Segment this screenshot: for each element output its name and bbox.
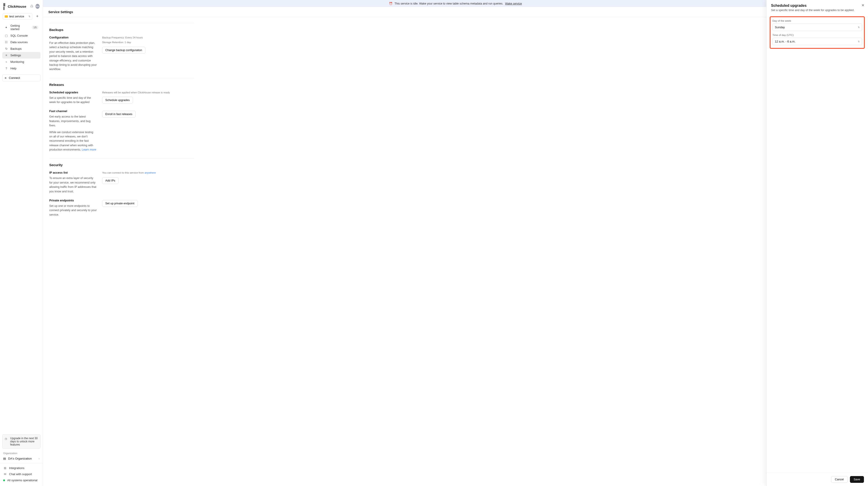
nav-help[interactable]: ? Help bbox=[2, 65, 40, 72]
nav-label: Monitoring bbox=[10, 60, 24, 63]
history-icon: ↻ bbox=[4, 47, 8, 51]
add-ips-button[interactable]: Add IPs bbox=[102, 177, 119, 184]
section-releases: Releases Scheduled upgrades Set a specif… bbox=[49, 78, 194, 152]
help-icon: ? bbox=[4, 67, 8, 70]
main: ⏰ This service is idle. Wake your servic… bbox=[43, 0, 868, 486]
nav-integrations[interactable]: ⊞ Integrations bbox=[0, 465, 43, 471]
fast-channel-heading: Fast channel bbox=[49, 110, 97, 113]
close-drawer-button[interactable]: ✕ bbox=[862, 3, 864, 7]
rocket-icon: ✦ bbox=[4, 26, 8, 29]
day-value: Sunday bbox=[775, 26, 785, 29]
clock-icon: ◷ bbox=[5, 437, 8, 441]
drawer-subtitle: Set a specific time and day of the week … bbox=[771, 8, 864, 12]
backups-heading: Backups bbox=[49, 28, 194, 32]
setup-private-endpoint-button[interactable]: Set up private endpoint bbox=[102, 200, 138, 207]
upgrade-text: Upgrade in the next 30 days to unlock mo… bbox=[10, 437, 38, 446]
nav-label: Chat with support bbox=[9, 473, 32, 476]
upgrade-card[interactable]: ◷ Upgrade in the next 30 days to unlock … bbox=[2, 434, 40, 449]
releases-heading: Releases bbox=[49, 83, 194, 87]
nav-data-sources[interactable]: ☷ Data sources bbox=[2, 39, 40, 45]
nav-chat-support[interactable]: ✉ Chat with support bbox=[0, 471, 43, 477]
logo-icon: |||‖ bbox=[3, 3, 6, 10]
anywhere-link[interactable]: anywhere bbox=[145, 171, 156, 174]
scheduled-upgrades-heading: Scheduled upgrades bbox=[49, 91, 97, 94]
banner-text: This service is idle. Wake your service … bbox=[395, 2, 503, 5]
service-selector[interactable]: test service ⇅ bbox=[3, 13, 32, 20]
day-of-week-select[interactable]: Sunday ⇅ bbox=[772, 24, 862, 31]
nav-label: Getting started bbox=[10, 24, 30, 31]
nav-label: Help bbox=[10, 67, 17, 70]
private-endpoints-desc: Set up one or more endpoints to connect … bbox=[49, 204, 97, 217]
connect-button[interactable]: ⎆ Connect bbox=[2, 74, 40, 81]
day-of-week-label: Day of the week bbox=[772, 20, 862, 22]
alarm-icon: ⏰ bbox=[389, 2, 393, 5]
add-service-button[interactable]: + bbox=[34, 13, 40, 20]
service-name: test service bbox=[9, 15, 24, 18]
fast-channel-desc1: Get early access to the latest features,… bbox=[49, 115, 97, 128]
configuration-heading: Configuration bbox=[49, 36, 97, 39]
database-icon: ☷ bbox=[4, 40, 8, 44]
nav-label: Settings bbox=[10, 54, 21, 57]
content: Backups Configuration For an effective d… bbox=[43, 17, 868, 486]
nav-backups[interactable]: ↻ Backups bbox=[2, 45, 40, 52]
ip-access-meta: You can connect to this service from any… bbox=[102, 171, 194, 175]
progress-badge: 1/5 bbox=[32, 26, 38, 29]
learn-more-link[interactable]: Learn more bbox=[82, 148, 96, 151]
storage-retention: Storage Retention: 1 day bbox=[102, 40, 194, 44]
org-name: DA's Organization bbox=[8, 457, 32, 460]
chevron-right-icon: › bbox=[39, 457, 39, 460]
idle-banner: ⏰ This service is idle. Wake your servic… bbox=[43, 0, 868, 7]
avatar[interactable]: DA bbox=[35, 4, 39, 9]
sliders-icon: ≡ bbox=[4, 54, 8, 57]
logo-row: |||‖ ClickHouse DA bbox=[0, 3, 43, 13]
nav-label: Integrations bbox=[9, 466, 24, 470]
nav-label: Backups bbox=[10, 47, 22, 51]
ip-access-desc: To ensure an extra layer of security for… bbox=[49, 176, 97, 194]
enroll-fast-releases-button[interactable]: Enroll in fast releases bbox=[102, 111, 135, 118]
private-endpoints-heading: Private endpoints bbox=[49, 199, 97, 202]
primary-nav: ✦ Getting started 1/5 ▢ SQL Console ☷ Da… bbox=[0, 22, 43, 72]
sidebar: |||‖ ClickHouse DA test service ⇅ + ✦ Ge… bbox=[0, 0, 43, 486]
nav-settings[interactable]: ≡ Settings bbox=[2, 52, 40, 59]
bell-icon[interactable] bbox=[30, 4, 34, 8]
schedule-upgrades-button[interactable]: Schedule upgrades bbox=[102, 97, 133, 103]
time-of-day-label: Time of day (UTC) bbox=[772, 34, 862, 36]
backup-frequency: Backup Frequency: Every 24 hours bbox=[102, 36, 194, 39]
nav-label: SQL Console bbox=[10, 34, 28, 37]
nav-label: All systems operational bbox=[7, 479, 37, 482]
scheduled-upgrades-drawer: Scheduled upgrades Set a specific time a… bbox=[766, 0, 868, 486]
highlighted-form-area: Day of the week Sunday ⇅ Time of day (UT… bbox=[770, 16, 865, 49]
org-section-label: Organization bbox=[0, 451, 43, 455]
time-of-day-select[interactable]: 12 a.m. - 6 a.m. ⇅ bbox=[772, 38, 862, 45]
section-security: Security IP access list To ensure an ext… bbox=[49, 158, 194, 217]
security-heading: Security bbox=[49, 163, 194, 167]
pulse-icon: ⌁ bbox=[4, 60, 8, 63]
scheduled-upgrades-desc: Set a specific time and day of the week … bbox=[49, 96, 97, 105]
footer-nav: ⊞ Integrations ✉ Chat with support All s… bbox=[0, 463, 43, 483]
brand-name: ClickHouse bbox=[8, 4, 26, 8]
ip-access-heading: IP access list bbox=[49, 171, 97, 174]
save-button[interactable]: Save bbox=[850, 476, 864, 483]
org-selector[interactable]: ▤ DA's Organization › bbox=[0, 455, 43, 463]
puzzle-icon: ⊞ bbox=[3, 466, 7, 470]
chat-icon: ✉ bbox=[3, 473, 7, 476]
fast-channel-desc2: While we conduct extensive testing on al… bbox=[49, 130, 97, 152]
nav-getting-started[interactable]: ✦ Getting started 1/5 bbox=[2, 22, 40, 32]
building-icon: ▤ bbox=[3, 457, 6, 460]
plug-icon: ⎆ bbox=[5, 76, 6, 80]
nav-sql-console[interactable]: ▢ SQL Console bbox=[2, 32, 40, 39]
wake-service-link[interactable]: Wake service bbox=[505, 2, 522, 5]
updown-icon: ⇅ bbox=[858, 26, 860, 29]
service-color-icon bbox=[5, 16, 8, 18]
section-backups: Backups Configuration For an effective d… bbox=[49, 22, 194, 72]
updown-icon: ⇅ bbox=[858, 40, 860, 43]
release-meta: Releases will be applied when ClickHouse… bbox=[102, 91, 194, 94]
page-title: Service Settings bbox=[43, 7, 868, 17]
nav-status[interactable]: All systems operational bbox=[0, 477, 43, 483]
nav-monitoring[interactable]: ⌁ Monitoring bbox=[2, 59, 40, 65]
change-backup-button[interactable]: Change backup configuration bbox=[102, 47, 145, 54]
configuration-desc: For an effective data protection plan, s… bbox=[49, 41, 97, 72]
nav-label: Data sources bbox=[10, 40, 28, 44]
time-value: 12 a.m. - 6 a.m. bbox=[775, 40, 796, 43]
cancel-button[interactable]: Cancel bbox=[831, 476, 848, 483]
